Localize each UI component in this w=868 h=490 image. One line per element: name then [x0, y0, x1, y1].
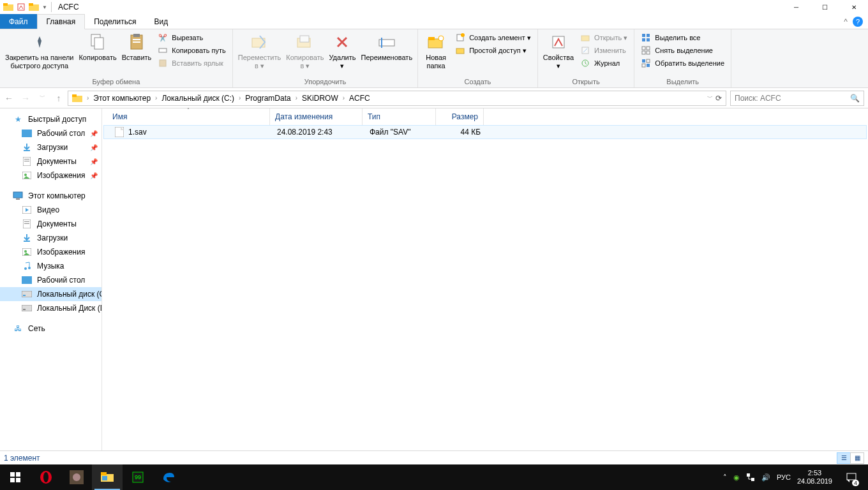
group-label-clipboard: Буфер обмена — [3, 77, 230, 87]
paste-button[interactable]: Вставить — [119, 31, 154, 63]
group-label-open: Открыть — [541, 77, 632, 87]
column-size[interactable]: Размер — [436, 108, 484, 125]
column-date[interactable]: Дата изменения — [270, 108, 363, 125]
rename-button[interactable]: Переименовать — [358, 31, 415, 63]
svg-point-20 — [438, 36, 444, 41]
qat-properties-icon[interactable] — [15, 1, 27, 13]
move-to-button[interactable]: Переместить в ▾ — [236, 31, 283, 71]
tab-home[interactable]: Главная — [37, 14, 86, 29]
delete-button[interactable]: Удалить ▾ — [326, 31, 358, 71]
svg-rect-79 — [747, 473, 750, 477]
sidebar-quick-access[interactable]: ★ Быстрый доступ — [0, 112, 101, 126]
easy-access-button[interactable]: Простой доступ ▾ — [453, 45, 534, 56]
svg-point-59 — [28, 267, 31, 269]
copy-button[interactable]: Копировать — [76, 31, 119, 63]
tab-share[interactable]: Поделиться — [85, 14, 145, 29]
taskbar-opera[interactable] — [31, 464, 61, 490]
svg-point-57 — [24, 250, 27, 253]
maximize-button[interactable]: ☐ — [811, 0, 839, 14]
taskbar-notepad[interactable]: 99 — [123, 464, 153, 490]
sidebar-network[interactable]: 🖧 Сеть — [0, 322, 101, 336]
close-button[interactable]: ✕ — [839, 0, 868, 14]
tray-network-icon[interactable] — [746, 473, 755, 482]
refresh-icon[interactable]: ⟳ — [715, 94, 722, 103]
column-name[interactable]: ˄Имя — [107, 108, 270, 125]
file-row[interactable]: 1.sav24.08.2019 2:43Файл "SAV"44 КБ — [103, 125, 867, 139]
nav-recent-button[interactable]: ﹀ — [37, 93, 47, 103]
crumb[interactable]: ACFC — [347, 94, 373, 103]
taskbar-app[interactable] — [61, 464, 92, 490]
pin-icon — [29, 32, 50, 52]
svg-rect-45 — [24, 159, 29, 160]
sidebar-item[interactable]: Изображения📌 — [0, 168, 101, 182]
sidebar-item[interactable]: Изображения — [0, 245, 101, 259]
copy-path-button[interactable]: Копировать путь — [155, 45, 228, 56]
nav-back-button[interactable]: ← — [4, 93, 14, 103]
new-item-button[interactable]: Создать элемент ▾ — [453, 32, 534, 43]
open-button[interactable]: Открыть ▾ — [578, 32, 630, 43]
sidebar-item[interactable]: Видео — [0, 203, 101, 217]
svg-rect-67 — [16, 472, 20, 477]
svg-rect-25 — [581, 36, 589, 41]
view-details-button[interactable]: ☰ — [837, 452, 851, 464]
sidebar-item[interactable]: Документы — [0, 217, 101, 231]
svg-rect-49 — [13, 192, 22, 198]
select-none-button[interactable]: Снять выделение — [638, 45, 727, 56]
tab-view[interactable]: Вид — [145, 14, 177, 29]
svg-text:99: 99 — [135, 474, 141, 480]
svg-rect-50 — [16, 198, 20, 200]
properties-button[interactable]: Свойства ▾ — [541, 31, 576, 71]
crumb[interactable]: Этот компьютер — [91, 94, 153, 103]
svg-rect-35 — [647, 51, 650, 54]
edit-button[interactable]: Изменить — [578, 45, 630, 56]
svg-rect-28 — [642, 34, 645, 37]
breadcrumb[interactable]: › Этот компьютер› Локальный диск (C:)› P… — [68, 91, 726, 106]
column-type[interactable]: Тип — [363, 108, 436, 125]
sidebar-item[interactable]: Рабочий стол📌 — [0, 126, 101, 140]
view-icons-button[interactable]: ▦ — [850, 452, 864, 464]
new-folder-button[interactable]: Новая папка — [421, 31, 451, 71]
taskbar-explorer[interactable] — [92, 464, 123, 490]
pin-quick-access-button[interactable]: Закрепить на панели быстрого доступа — [3, 31, 76, 71]
search-input[interactable]: Поиск: ACFC 🔍 — [730, 91, 864, 106]
ribbon-collapse-icon[interactable]: ^ — [844, 17, 848, 26]
sidebar-item[interactable]: Локальный диск (C:) — [0, 287, 101, 301]
invert-selection-button[interactable]: Обратить выделение — [638, 57, 727, 69]
svg-point-58 — [24, 267, 27, 270]
tray-volume-icon[interactable]: 🔊 — [761, 473, 770, 482]
item-icon — [22, 128, 32, 138]
taskbar-edge[interactable] — [153, 464, 184, 490]
qat-dropdown-icon[interactable]: ▼ — [42, 4, 47, 10]
help-icon[interactable]: ? — [853, 17, 863, 27]
tray-language[interactable]: РУС — [777, 473, 791, 481]
sidebar-item[interactable]: Документы📌 — [0, 154, 101, 168]
nav-up-button[interactable]: ↑ — [54, 93, 64, 103]
pin-icon: 📌 — [90, 144, 98, 151]
tray-security-icon[interactable]: ◉ — [733, 473, 740, 482]
copy-to-button[interactable]: Копировать в ▾ — [283, 31, 326, 71]
file-pane: ˄Имя Дата изменения Тип Размер 1.sav24.0… — [102, 108, 868, 450]
cut-button[interactable]: ✂️Вырезать — [155, 32, 228, 43]
tray-notifications[interactable]: 4 — [839, 464, 864, 490]
paste-shortcut-button[interactable]: Вставить ярлык — [155, 57, 228, 69]
crumb[interactable]: SKiDROW — [299, 94, 341, 103]
sidebar-item[interactable]: Загрузки📌 — [0, 140, 101, 154]
location-dropdown-icon[interactable]: ﹀ — [707, 94, 713, 102]
sidebar-item[interactable]: Загрузки — [0, 231, 101, 245]
start-button[interactable] — [0, 464, 31, 490]
nav-forward-button[interactable]: → — [20, 93, 31, 103]
sidebar-item[interactable]: Локальный Диск (D:) — [0, 301, 101, 315]
tray-clock[interactable]: 2:53 24.08.2019 — [797, 469, 832, 486]
tray-overflow-icon[interactable]: ˄ — [723, 473, 727, 482]
select-all-button[interactable]: Выделить все — [638, 32, 727, 43]
history-button[interactable]: Журнал — [578, 57, 630, 69]
status-count: 1 элемент — [4, 454, 40, 463]
crumb[interactable]: ProgramData — [243, 94, 293, 103]
tab-file[interactable]: Файл — [0, 14, 37, 29]
svg-rect-42 — [22, 130, 32, 137]
sidebar-item[interactable]: Рабочий стол — [0, 273, 101, 287]
sidebar-item[interactable]: Музыка — [0, 259, 101, 273]
minimize-button[interactable]: ─ — [782, 0, 811, 14]
crumb[interactable]: Локальный диск (C:) — [159, 94, 237, 103]
sidebar-this-pc[interactable]: Этот компьютер — [0, 189, 101, 203]
